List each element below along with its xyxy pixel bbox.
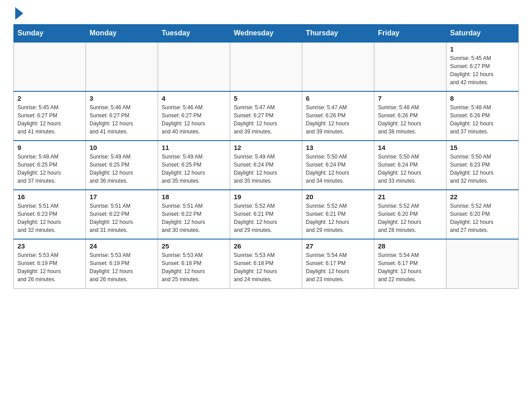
calendar-cell: 1Sunrise: 5:45 AM Sunset: 6:27 PM Daylig… [446,42,519,91]
calendar-cell: 24Sunrise: 5:53 AM Sunset: 6:19 PM Dayli… [86,239,158,288]
calendar-cell: 5Sunrise: 5:47 AM Sunset: 6:27 PM Daylig… [230,91,302,141]
day-number: 22 [450,193,515,201]
calendar-cell: 15Sunrise: 5:50 AM Sunset: 6:23 PM Dayli… [446,141,519,190]
calendar-cell: 25Sunrise: 5:53 AM Sunset: 6:18 PM Dayli… [158,239,230,288]
calendar-cell [374,42,446,91]
day-info: Sunrise: 5:48 AM Sunset: 6:26 PM Dayligh… [450,103,515,136]
day-info: Sunrise: 5:51 AM Sunset: 6:22 PM Dayligh… [162,202,226,234]
calendar-week-2: 2Sunrise: 5:45 AM Sunset: 6:27 PM Daylig… [14,91,519,141]
day-number: 27 [306,242,370,250]
day-info: Sunrise: 5:52 AM Sunset: 6:21 PM Dayligh… [234,202,298,234]
day-number: 28 [378,242,442,250]
calendar-cell [158,42,230,91]
calendar-cell: 26Sunrise: 5:53 AM Sunset: 6:18 PM Dayli… [230,239,302,288]
day-info: Sunrise: 5:52 AM Sunset: 6:20 PM Dayligh… [378,202,442,234]
calendar-cell: 22Sunrise: 5:52 AM Sunset: 6:20 PM Dayli… [446,190,519,239]
day-number: 20 [306,193,370,201]
day-info: Sunrise: 5:51 AM Sunset: 6:23 PM Dayligh… [17,202,82,234]
day-number: 18 [162,193,226,201]
calendar-cell: 27Sunrise: 5:54 AM Sunset: 6:17 PM Dayli… [302,239,374,288]
day-number: 17 [90,193,154,201]
day-info: Sunrise: 5:51 AM Sunset: 6:22 PM Dayligh… [90,202,154,234]
calendar-cell: 16Sunrise: 5:51 AM Sunset: 6:23 PM Dayli… [14,190,86,239]
day-number: 24 [90,242,154,250]
weekday-header-friday: Friday [374,25,446,43]
day-number: 8 [450,94,515,102]
calendar-cell: 19Sunrise: 5:52 AM Sunset: 6:21 PM Dayli… [230,190,302,239]
day-info: Sunrise: 5:50 AM Sunset: 6:24 PM Dayligh… [306,153,370,185]
calendar-cell: 7Sunrise: 5:48 AM Sunset: 6:26 PM Daylig… [374,91,446,141]
weekday-header-wednesday: Wednesday [230,25,302,43]
weekday-header-saturday: Saturday [446,25,519,43]
day-info: Sunrise: 5:54 AM Sunset: 6:17 PM Dayligh… [306,251,370,283]
day-info: Sunrise: 5:53 AM Sunset: 6:18 PM Dayligh… [234,251,298,283]
day-number: 2 [17,94,82,102]
calendar-cell: 4Sunrise: 5:46 AM Sunset: 6:27 PM Daylig… [158,91,230,141]
weekday-header-sunday: Sunday [14,25,86,43]
calendar-cell: 17Sunrise: 5:51 AM Sunset: 6:22 PM Dayli… [86,190,158,239]
day-info: Sunrise: 5:45 AM Sunset: 6:27 PM Dayligh… [17,103,82,136]
day-number: 26 [234,242,298,250]
calendar-cell: 2Sunrise: 5:45 AM Sunset: 6:27 PM Daylig… [14,91,86,141]
calendar-table: SundayMondayTuesdayWednesdayThursdayFrid… [13,24,519,289]
day-info: Sunrise: 5:50 AM Sunset: 6:23 PM Dayligh… [450,153,515,185]
day-number: 11 [162,144,226,151]
day-info: Sunrise: 5:52 AM Sunset: 6:20 PM Dayligh… [450,202,515,234]
calendar-week-3: 9Sunrise: 5:48 AM Sunset: 6:25 PM Daylig… [14,141,519,190]
calendar-cell: 13Sunrise: 5:50 AM Sunset: 6:24 PM Dayli… [302,141,374,190]
calendar-cell: 20Sunrise: 5:52 AM Sunset: 6:21 PM Dayli… [302,190,374,239]
day-number: 23 [17,242,82,250]
calendar-cell: 6Sunrise: 5:47 AM Sunset: 6:26 PM Daylig… [302,91,374,141]
weekday-header-tuesday: Tuesday [158,25,230,43]
calendar-cell [86,42,158,91]
day-number: 10 [90,144,154,151]
calendar-cell [302,42,374,91]
day-info: Sunrise: 5:46 AM Sunset: 6:27 PM Dayligh… [90,103,154,136]
calendar-cell: 11Sunrise: 5:49 AM Sunset: 6:25 PM Dayli… [158,141,230,190]
day-number: 5 [234,94,298,102]
day-number: 6 [306,94,370,102]
calendar-cell [14,42,86,91]
calendar-cell: 14Sunrise: 5:50 AM Sunset: 6:24 PM Dayli… [374,141,446,190]
calendar-cell: 10Sunrise: 5:49 AM Sunset: 6:25 PM Dayli… [86,141,158,190]
day-number: 21 [378,193,442,201]
calendar-cell: 23Sunrise: 5:53 AM Sunset: 6:19 PM Dayli… [14,239,86,288]
day-info: Sunrise: 5:49 AM Sunset: 6:25 PM Dayligh… [162,153,226,185]
day-info: Sunrise: 5:49 AM Sunset: 6:24 PM Dayligh… [234,153,298,185]
page-header [13,9,519,20]
calendar-cell: 3Sunrise: 5:46 AM Sunset: 6:27 PM Daylig… [86,91,158,141]
day-number: 12 [234,144,298,151]
calendar-cell: 18Sunrise: 5:51 AM Sunset: 6:22 PM Dayli… [158,190,230,239]
day-info: Sunrise: 5:45 AM Sunset: 6:27 PM Dayligh… [450,54,515,86]
day-number: 19 [234,193,298,201]
day-info: Sunrise: 5:54 AM Sunset: 6:17 PM Dayligh… [378,251,442,283]
day-info: Sunrise: 5:53 AM Sunset: 6:19 PM Dayligh… [90,251,154,283]
day-number: 15 [450,144,515,151]
calendar-week-5: 23Sunrise: 5:53 AM Sunset: 6:19 PM Dayli… [14,239,519,288]
calendar-cell [446,239,519,288]
day-info: Sunrise: 5:49 AM Sunset: 6:25 PM Dayligh… [90,153,154,185]
day-info: Sunrise: 5:46 AM Sunset: 6:27 PM Dayligh… [162,103,226,136]
day-number: 3 [90,94,154,102]
day-info: Sunrise: 5:50 AM Sunset: 6:24 PM Dayligh… [378,153,442,185]
day-info: Sunrise: 5:47 AM Sunset: 6:27 PM Dayligh… [234,103,298,136]
calendar-cell [230,42,302,91]
day-number: 4 [162,94,226,102]
weekday-header-monday: Monday [86,25,158,43]
day-info: Sunrise: 5:48 AM Sunset: 6:26 PM Dayligh… [378,103,442,136]
day-number: 16 [17,193,82,201]
day-number: 25 [162,242,226,250]
weekday-header-thursday: Thursday [302,25,374,43]
calendar-week-1: 1Sunrise: 5:45 AM Sunset: 6:27 PM Daylig… [14,42,519,91]
day-number: 1 [450,45,515,53]
day-number: 7 [378,94,442,102]
calendar-header-row: SundayMondayTuesdayWednesdayThursdayFrid… [14,25,519,43]
calendar-cell: 12Sunrise: 5:49 AM Sunset: 6:24 PM Dayli… [230,141,302,190]
calendar-cell: 28Sunrise: 5:54 AM Sunset: 6:17 PM Dayli… [374,239,446,288]
calendar-cell: 21Sunrise: 5:52 AM Sunset: 6:20 PM Dayli… [374,190,446,239]
day-info: Sunrise: 5:47 AM Sunset: 6:26 PM Dayligh… [306,103,370,136]
day-number: 9 [17,144,82,151]
day-number: 14 [378,144,442,151]
logo [13,9,23,20]
calendar-cell: 9Sunrise: 5:48 AM Sunset: 6:25 PM Daylig… [14,141,86,190]
